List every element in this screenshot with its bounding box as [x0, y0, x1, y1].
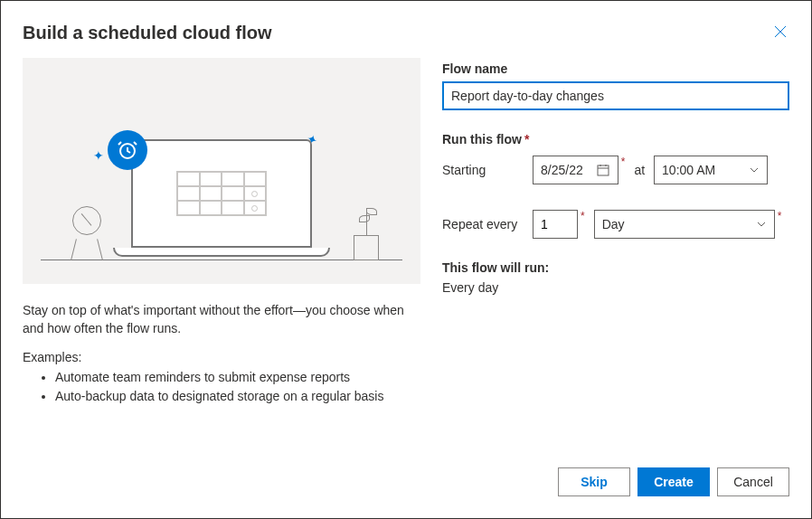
svg-rect-1 — [598, 165, 609, 175]
chevron-down-icon — [756, 219, 767, 230]
repeat-unit-value: Day — [602, 217, 625, 231]
illustration: ✦ ✦ — [23, 58, 420, 284]
repeat-count-input[interactable] — [533, 210, 578, 239]
run-section-label: Run this flow* — [442, 132, 789, 146]
dialog-title: Build a scheduled cloud flow — [23, 23, 272, 43]
flow-name-label: Flow name — [442, 61, 789, 76]
run-section-label-text: Run this flow — [442, 132, 522, 146]
description-text: Stay on top of what's important without … — [23, 302, 420, 337]
chevron-down-icon — [749, 165, 760, 175]
repeat-label: Repeat every — [442, 217, 524, 231]
flow-name-input[interactable] — [442, 81, 789, 110]
starting-date-value: 8/25/22 — [541, 163, 583, 177]
starting-label: Starting — [442, 163, 524, 177]
right-column: Flow name Run this flow* Starting 8/25/2… — [442, 58, 789, 453]
examples-list: Automate team reminders to submit expens… — [23, 368, 420, 406]
alarm-clock-icon — [108, 130, 147, 170]
starting-date-picker[interactable]: 8/25/22 — [533, 156, 618, 184]
required-indicator: * — [778, 210, 782, 222]
run-section: Run this flow* Starting 8/25/22 * at 10:… — [442, 132, 789, 239]
summary-section: This flow will run: Every day — [442, 260, 789, 295]
required-indicator: * — [621, 156, 626, 168]
repeat-unit-dropdown[interactable]: Day — [594, 210, 775, 239]
example-item: Automate team reminders to submit expens… — [55, 368, 420, 387]
dialog-header: Build a scheduled cloud flow — [23, 23, 789, 43]
summary-text: Every day — [442, 280, 789, 295]
at-label: at — [634, 163, 645, 177]
scheduled-flow-dialog: Build a scheduled cloud flow ✦ ✦ — [0, 0, 812, 519]
repeat-row: Repeat every * Day * — [442, 210, 789, 239]
calendar-icon — [596, 163, 610, 177]
summary-label: This flow will run: — [442, 260, 789, 275]
required-indicator: * — [581, 210, 585, 222]
close-icon — [773, 24, 788, 39]
dialog-footer: Skip Create Cancel — [23, 453, 789, 496]
flow-name-section: Flow name — [442, 61, 789, 110]
example-item: Auto-backup data to designated storage o… — [55, 387, 420, 406]
close-button[interactable] — [771, 23, 789, 41]
cancel-button[interactable]: Cancel — [717, 467, 789, 496]
create-button[interactable]: Create — [637, 467, 710, 496]
starting-time-value: 10:00 AM — [662, 163, 715, 177]
dialog-content: ✦ ✦ — [23, 58, 789, 453]
starting-row: Starting 8/25/22 * at 10:00 AM — [442, 156, 789, 184]
starting-time-dropdown[interactable]: 10:00 AM — [654, 156, 768, 184]
left-column: ✦ ✦ — [23, 58, 420, 453]
skip-button[interactable]: Skip — [558, 467, 630, 496]
required-indicator: * — [524, 132, 529, 146]
examples-label: Examples: — [23, 350, 420, 364]
